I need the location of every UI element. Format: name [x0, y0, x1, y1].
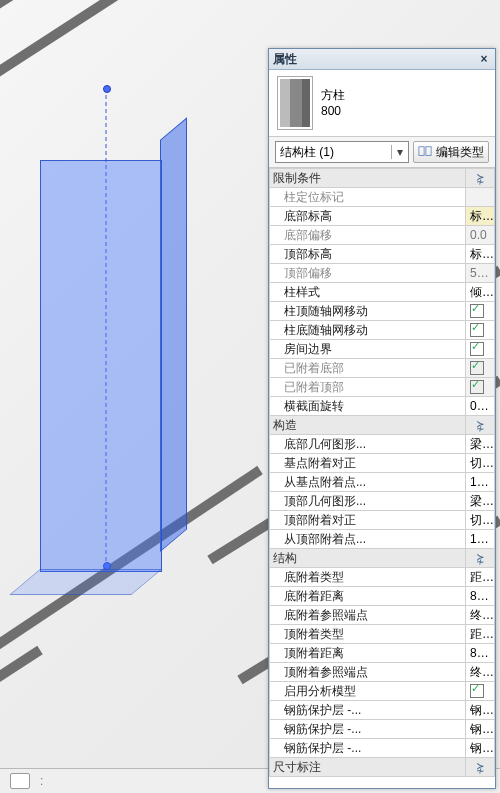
- val-top-geom[interactable]: 梁底部: [466, 492, 495, 511]
- val-xsec-rot[interactable]: 0.000°: [466, 397, 495, 416]
- val-top-level[interactable]: 标高1: [466, 245, 495, 264]
- chevron-down-icon[interactable]: ▾: [391, 145, 408, 159]
- group-constraints[interactable]: 限制条件⋩: [270, 169, 495, 188]
- type-size: 800: [321, 103, 345, 119]
- svg-line-6: [0, 650, 40, 715]
- val-base-level[interactable]: 标高1: [466, 207, 495, 226]
- val-room-bound[interactable]: [466, 340, 495, 359]
- val-cover3[interactable]: 钢筋保护层 1...: [466, 739, 495, 758]
- svg-rect-9: [426, 147, 431, 156]
- val-col-locate: [466, 188, 495, 207]
- val-top-att-type[interactable]: 距离: [466, 625, 495, 644]
- panel-titlebar[interactable]: 属性 ×: [269, 49, 495, 70]
- properties-panel: 属性 × 方柱 800 结构柱 (1) ▾ 编辑类型 限制条件⋩ 柱定位标记 底…: [268, 48, 496, 789]
- selection-filter-value: 结构柱 (1): [276, 144, 391, 161]
- val-col-style[interactable]: 倾斜 - 端点控...: [466, 283, 495, 302]
- val-analytic[interactable]: [466, 682, 495, 701]
- type-selector-row[interactable]: 方柱 800: [269, 70, 495, 137]
- val-cover2[interactable]: 钢筋保护层 1...: [466, 720, 495, 739]
- val-base-just[interactable]: 切点: [466, 454, 495, 473]
- val-attached-top: [466, 378, 495, 397]
- status-sep: :: [40, 774, 43, 788]
- val-base-att-ref[interactable]: 终点: [466, 606, 495, 625]
- val-from-top[interactable]: 12.7: [466, 530, 495, 549]
- selected-column[interactable]: [40, 140, 185, 570]
- svg-line-0: [0, 0, 140, 90]
- group-construct[interactable]: 构造⋩: [270, 416, 495, 435]
- val-base-att-type[interactable]: 距离: [466, 568, 495, 587]
- val-attached-base: [466, 359, 495, 378]
- val-from-base[interactable]: 12.7: [466, 473, 495, 492]
- group-dims[interactable]: 尺寸标注⋩: [270, 758, 495, 777]
- property-grid[interactable]: 限制条件⋩ 柱定位标记 底部标高标高1 底部偏移0.0 顶部标高标高1 顶部偏移…: [269, 168, 495, 788]
- selection-filter-combo[interactable]: 结构柱 (1) ▾: [275, 141, 409, 163]
- svg-rect-8: [419, 147, 424, 156]
- val-cover1[interactable]: 钢筋保护层 1...: [466, 701, 495, 720]
- edit-type-label: 编辑类型: [436, 144, 484, 161]
- close-icon[interactable]: ×: [477, 52, 491, 66]
- edit-type-button[interactable]: 编辑类型: [413, 141, 489, 163]
- val-move-top-grid[interactable]: [466, 302, 495, 321]
- val-base-offset: 0.0: [466, 226, 495, 245]
- svg-line-1: [0, 0, 20, 40]
- val-top-att-ref[interactable]: 终点: [466, 663, 495, 682]
- grip-top[interactable]: [103, 85, 111, 93]
- val-top-att-dist[interactable]: 8700.0: [466, 644, 495, 663]
- val-move-base-grid[interactable]: [466, 321, 495, 340]
- group-structure[interactable]: 结构⋩: [270, 549, 495, 568]
- val-top-just[interactable]: 切点: [466, 511, 495, 530]
- view-icon[interactable]: [10, 773, 30, 789]
- family-name: 方柱: [321, 87, 345, 103]
- panel-title: 属性: [273, 51, 297, 68]
- type-thumbnail: [277, 76, 313, 130]
- val-base-att-dist[interactable]: 8700.0: [466, 587, 495, 606]
- val-base-geom[interactable]: 梁顶部: [466, 435, 495, 454]
- val-top-offset: 5100.0: [466, 264, 495, 283]
